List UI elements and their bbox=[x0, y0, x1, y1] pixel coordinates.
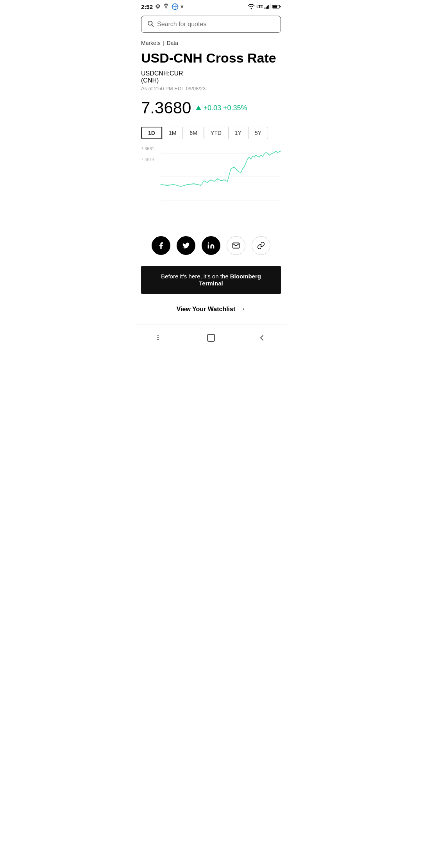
svg-rect-20 bbox=[207, 334, 215, 341]
svg-point-0 bbox=[165, 6, 167, 7]
svg-line-12 bbox=[152, 25, 153, 26]
link-icon bbox=[257, 242, 265, 249]
breadcrumb-separator: | bbox=[163, 40, 165, 46]
breadcrumb-markets[interactable]: Markets bbox=[141, 40, 161, 46]
status-right: LTE bbox=[248, 4, 281, 9]
arrow-right-icon: → bbox=[238, 305, 245, 313]
search-bar[interactable] bbox=[141, 16, 281, 33]
svg-rect-5 bbox=[267, 6, 268, 9]
ticker-currency: (CNH) bbox=[141, 77, 281, 84]
status-time: 2:52 bbox=[141, 4, 153, 10]
price-section: 7.3680 +0.03 +0.35% bbox=[135, 92, 287, 120]
page-title: USD-CNH Cross Rate bbox=[135, 49, 287, 67]
twitter-icon bbox=[182, 242, 190, 249]
tab-1m[interactable]: 1M bbox=[162, 127, 183, 139]
signal-icon bbox=[265, 4, 271, 9]
svg-point-16 bbox=[208, 242, 209, 244]
search-container bbox=[135, 12, 287, 38]
change-amount: +0.03 bbox=[203, 104, 221, 112]
back-icon bbox=[257, 333, 266, 343]
link-share-button[interactable] bbox=[252, 236, 270, 255]
menu-icon bbox=[156, 333, 165, 343]
status-dot bbox=[181, 5, 183, 8]
email-share-button[interactable] bbox=[227, 236, 245, 255]
change-percent: +0.35% bbox=[223, 104, 247, 112]
chart-high-label: 7.3681 bbox=[141, 146, 154, 151]
ticker-timestamp: As of 2:50 PM EDT 09/08/23. bbox=[141, 86, 281, 91]
twitter-share-button[interactable] bbox=[177, 236, 195, 255]
price-chart bbox=[161, 145, 281, 208]
ticker-info: USDCNH:CUR (CNH) As of 2:50 PM EDT 09/08… bbox=[135, 67, 287, 92]
svg-rect-7 bbox=[270, 4, 270, 9]
app-icon bbox=[172, 3, 179, 10]
chart-area: 7.3681 7.3614 bbox=[135, 142, 287, 221]
linkedin-icon bbox=[207, 242, 215, 249]
ticker-symbol: USDCNH:CUR bbox=[141, 70, 281, 77]
bottom-nav bbox=[135, 324, 287, 350]
status-bar: 2:52 LTE bbox=[135, 0, 287, 12]
nav-home-button[interactable] bbox=[204, 331, 218, 345]
watchlist-label: View Your Watchlist bbox=[177, 306, 236, 313]
search-input[interactable] bbox=[157, 21, 275, 28]
tab-1d[interactable]: 1D bbox=[141, 127, 162, 139]
tab-6m[interactable]: 6M bbox=[183, 127, 204, 139]
status-left: 2:52 bbox=[141, 3, 183, 10]
facebook-icon bbox=[157, 242, 165, 249]
lte-badge: LTE bbox=[256, 5, 263, 9]
chart-tabs: 1D 1M 6M YTD 1Y 5Y bbox=[135, 120, 287, 142]
social-share bbox=[135, 221, 287, 263]
tab-ytd[interactable]: YTD bbox=[204, 127, 228, 139]
search-icon bbox=[147, 20, 154, 29]
nav-back-button[interactable] bbox=[255, 331, 269, 345]
price-value: 7.3680 bbox=[141, 99, 191, 117]
breadcrumb-data[interactable]: Data bbox=[166, 40, 178, 46]
breadcrumb: Markets | Data bbox=[135, 38, 287, 49]
terminal-banner-text: Before it's here, it's on the Bloomberg … bbox=[161, 273, 261, 287]
facebook-share-button[interactable] bbox=[152, 236, 170, 255]
email-icon bbox=[232, 242, 240, 249]
wifi-icon bbox=[248, 4, 255, 9]
linkedin-share-button[interactable] bbox=[202, 236, 220, 255]
price-change: +0.03 +0.35% bbox=[196, 104, 247, 112]
svg-rect-9 bbox=[280, 6, 281, 7]
battery-icon bbox=[272, 4, 281, 9]
tesla-icon bbox=[155, 4, 161, 9]
svg-rect-6 bbox=[268, 5, 269, 9]
terminal-banner[interactable]: Before it's here, it's on the Bloomberg … bbox=[141, 266, 281, 294]
tab-1y[interactable]: 1Y bbox=[228, 127, 248, 139]
home-icon bbox=[206, 333, 216, 343]
svg-rect-4 bbox=[266, 7, 266, 9]
nav-menu-button[interactable] bbox=[153, 331, 167, 345]
tab-5y[interactable]: 5Y bbox=[248, 127, 268, 139]
chart-low-label: 7.3614 bbox=[141, 157, 154, 162]
banner-text-before: Before it's here, it's on the bbox=[161, 273, 230, 280]
up-arrow-icon bbox=[196, 106, 201, 110]
svg-rect-3 bbox=[265, 7, 265, 9]
watchlist-link[interactable]: View Your Watchlist → bbox=[135, 297, 287, 321]
wind-icon bbox=[163, 4, 169, 10]
svg-rect-10 bbox=[273, 5, 277, 8]
